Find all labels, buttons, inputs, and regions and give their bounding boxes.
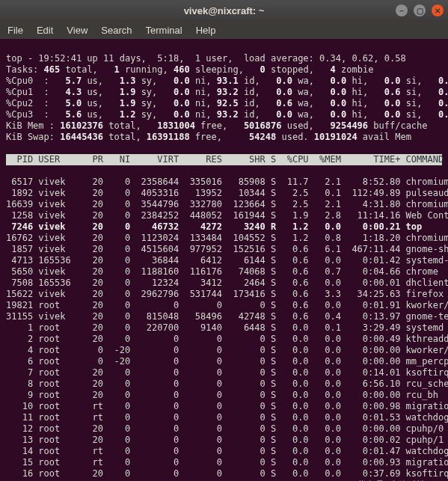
menu-terminal[interactable]: Terminal bbox=[146, 25, 182, 36]
process-row: 7508 165536 20 0 12324 3412 2464 S 0.6 0… bbox=[6, 278, 442, 289]
process-list: 6517 vivek 20 0 2358644 335016 85908 S 1… bbox=[6, 177, 442, 481]
process-row: 7246 vivek 20 0 46732 4272 3240 R 1.2 0.… bbox=[6, 221, 442, 233]
process-row: 13 root 20 0 0 0 0 S 0.0 0.0 0:00.02 cpu… bbox=[6, 435, 442, 446]
process-row: 8 root 20 0 0 0 0 S 0.0 0.0 6:56.10 rcu_… bbox=[6, 379, 442, 390]
menu-view[interactable]: View bbox=[67, 25, 88, 36]
process-row: 1258 vivek 20 0 2384252 448052 161944 S … bbox=[6, 210, 442, 221]
process-row: 1892 vivek 20 0 4053316 13952 10344 S 2.… bbox=[6, 188, 442, 199]
column-headers: PID USER PR NI VIRT RES SHR S %CPU %MEM … bbox=[6, 154, 442, 165]
process-row: 19821 root 20 0 0 0 0 S 0.6 0.0 0:01.91 … bbox=[6, 300, 442, 311]
menu-file[interactable]: File bbox=[7, 25, 23, 36]
process-row: 16762 vivek 20 0 1123024 133484 104552 S… bbox=[6, 233, 442, 244]
process-row: 5650 vivek 20 0 1188160 116176 74068 S 0… bbox=[6, 266, 442, 278]
process-row: 15622 vivek 20 0 2962796 531744 173416 S… bbox=[6, 289, 442, 300]
process-row: 11 root rt 0 0 0 0 S 0.0 0.0 0:01.53 wat… bbox=[6, 412, 442, 423]
process-row: 7 root 20 0 0 0 0 S 0.0 0.0 0:14.01 ksof… bbox=[6, 367, 442, 379]
menubar: File Edit View Search Terminal Help bbox=[0, 21, 448, 39]
process-row: 2 root 20 0 0 0 0 S 0.0 0.0 0:00.49 kthr… bbox=[6, 334, 442, 345]
minimize-button[interactable]: – bbox=[396, 4, 408, 16]
process-row: 15 root rt 0 0 0 0 S 0.0 0.0 0:00.93 mig… bbox=[6, 457, 442, 468]
process-row: 14 root rt 0 0 0 0 S 0.0 0.0 0:01.47 wat… bbox=[6, 446, 442, 457]
window-controls: – ▢ ✕ bbox=[396, 4, 444, 16]
process-row: 16 root 20 0 0 0 0 S 0.0 0.0 0:37.69 kso… bbox=[6, 468, 442, 480]
process-row: 4713 165536 20 0 36844 6412 6144 S 0.6 0… bbox=[6, 255, 442, 266]
process-row: 4 root 0 -20 0 0 0 S 0.0 0.0 0:00.00 kwo… bbox=[6, 345, 442, 356]
menu-edit[interactable]: Edit bbox=[37, 25, 53, 36]
process-row: 9 root 20 0 0 0 0 S 0.0 0.0 0:00.00 rcu_… bbox=[6, 390, 442, 401]
top-summary: top - 19:52:41 up 11 days, 5:18, 1 user,… bbox=[6, 53, 442, 143]
process-row: 10 root rt 0 0 0 0 S 0.0 0.0 0:00.98 mig… bbox=[6, 401, 442, 412]
menu-search[interactable]: Search bbox=[101, 25, 132, 36]
close-button[interactable]: ✕ bbox=[432, 4, 444, 16]
window-titlebar: vivek@nixcraft: ~ – ▢ ✕ bbox=[0, 0, 448, 21]
process-row: 12 root 20 0 0 0 0 S 0.0 0.0 0:00.00 cpu… bbox=[6, 423, 442, 435]
process-row: 16639 vivek 20 0 3544796 332780 123664 S… bbox=[6, 199, 442, 210]
process-row: 1857 vivek 20 0 4515604 977952 152516 S … bbox=[6, 244, 442, 255]
process-row: 1 root 20 0 220700 9140 6448 S 0.0 0.1 3… bbox=[6, 322, 442, 334]
terminal-output[interactable]: top - 19:52:41 up 11 days, 5:18, 1 user,… bbox=[0, 39, 448, 481]
maximize-button[interactable]: ▢ bbox=[414, 4, 426, 16]
process-row: 6517 vivek 20 0 2358644 335016 85908 S 1… bbox=[6, 177, 442, 188]
window-title: vivek@nixcraft: ~ bbox=[184, 5, 265, 16]
process-row: 31155 vivek 20 0 815048 58496 42748 S 0.… bbox=[6, 311, 442, 322]
menu-help[interactable]: Help bbox=[196, 25, 216, 36]
process-row: 6 root 0 -20 0 0 0 S 0.0 0.0 0:00.00 mm_… bbox=[6, 356, 442, 367]
